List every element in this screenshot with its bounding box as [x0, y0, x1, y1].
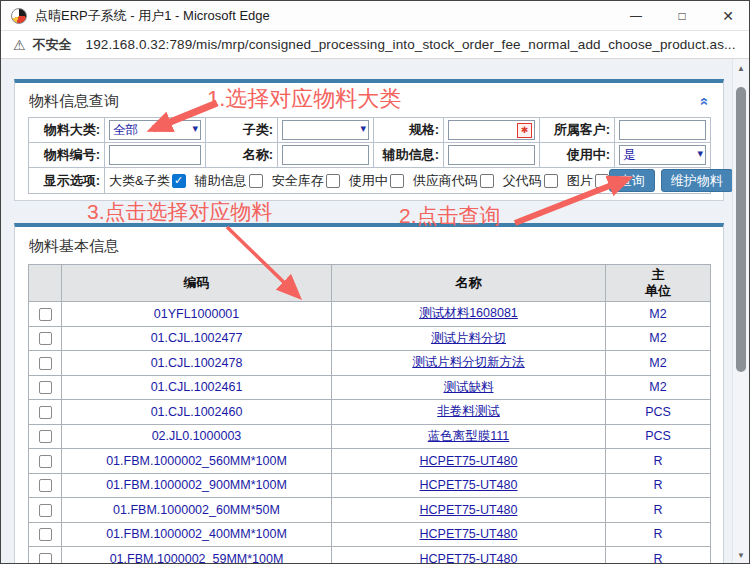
header-checkbox-col — [29, 265, 62, 302]
table-row[interactable]: 01.FBM.1000002_60MM*50M HCPET75-UT480 R — [29, 498, 711, 523]
in-use-select[interactable]: 是 — [619, 145, 706, 165]
maximize-button[interactable]: □ — [659, 1, 705, 31]
page-content: 物料信息查询 « 物料大类: 全部 ▾ 子类: — [1, 59, 734, 564]
cell-code[interactable]: 01.CJL.1002460 — [62, 400, 332, 425]
cell-name[interactable]: HCPET75-UT480 — [420, 503, 518, 517]
row-checkbox[interactable] — [39, 528, 52, 541]
cell-name[interactable]: HCPET75-UT480 — [420, 478, 518, 492]
checkbox[interactable] — [390, 174, 404, 188]
cell-code[interactable]: 01.CJL.1002478 — [62, 351, 332, 376]
title-bar: 点晴ERP子系统 - 用户1 - Microsoft Edge — □ ✕ — [1, 1, 750, 31]
name-input[interactable] — [282, 145, 369, 165]
browser-window: 点晴ERP子系统 - 用户1 - Microsoft Edge — □ ✕ ⚠ … — [0, 0, 750, 564]
display-option[interactable]: 使用中 — [349, 172, 404, 190]
cell-code[interactable]: 01.CJL.1002477 — [62, 326, 332, 351]
row-checkbox[interactable] — [39, 430, 52, 443]
cell-code[interactable]: 01.FBM.1000002_60MM*50M — [62, 498, 332, 523]
checkbox[interactable] — [249, 174, 263, 188]
cell-unit: R — [606, 473, 711, 498]
spec-input[interactable] — [449, 121, 517, 139]
cell-unit: PCS — [606, 400, 711, 425]
cell-code[interactable]: 01.FBM.1000002_59MM*100M — [62, 547, 332, 564]
cell-name[interactable]: HCPET75-UT480 — [420, 527, 518, 541]
window-title: 点晴ERP子系统 - 用户1 - Microsoft Edge — [35, 7, 270, 25]
scroll-up-icon[interactable]: ▲ — [733, 64, 749, 73]
row-checkbox[interactable] — [39, 479, 52, 492]
category-label: 物料大类: — [29, 118, 105, 143]
header-code: 编码 — [62, 265, 332, 302]
checkbox[interactable] — [544, 174, 558, 188]
scroll-down-icon[interactable]: ▼ — [733, 551, 749, 560]
display-option-label: 大类&子类 — [109, 172, 170, 190]
table-row[interactable]: 01.CJL.1002460 非卷料测试 PCS — [29, 400, 711, 425]
window-controls: — □ ✕ — [613, 1, 750, 31]
cell-code[interactable]: 01.FBM.1000002_560MM*100M — [62, 449, 332, 474]
warning-icon: ⚠ — [13, 38, 26, 52]
checkbox[interactable] — [326, 174, 340, 188]
close-button[interactable]: ✕ — [705, 1, 750, 31]
display-option[interactable]: 安全库存 — [272, 172, 340, 190]
code-label: 物料编号: — [29, 143, 105, 168]
checkbox[interactable] — [595, 174, 609, 188]
table-row[interactable]: 01.CJL.1002461 测试缺料 M2 — [29, 375, 711, 400]
results-panel: 物料基本信息 编码 名称 主单位 01YFL1000001 — [14, 223, 724, 564]
cell-name[interactable]: 蓝色离型膜111 — [428, 429, 510, 443]
checkbox[interactable]: ✓ — [172, 174, 186, 188]
customer-input[interactable] — [619, 120, 706, 140]
scrollbar-thumb[interactable] — [736, 87, 746, 372]
row-checkbox[interactable] — [39, 308, 52, 321]
category-select[interactable]: 全部 — [109, 120, 201, 140]
table-row[interactable]: 01.CJL.1002477 测试片料分切 M2 — [29, 326, 711, 351]
cell-code[interactable]: 01.FBM.1000002_400MM*100M — [62, 522, 332, 547]
collapse-panel-icon[interactable]: « — [696, 97, 713, 105]
table-row[interactable]: 01.FBM.1000002_900MM*100M HCPET75-UT480 … — [29, 473, 711, 498]
display-option[interactable]: 父代码 — [503, 172, 558, 190]
row-checkbox[interactable] — [39, 357, 52, 370]
cell-name[interactable]: 非卷料测试 — [437, 404, 500, 418]
cell-name[interactable]: 测试片料分切新方法 — [412, 355, 525, 369]
query-form: 物料大类: 全部 ▾ 子类: ▾ 规格: — [28, 117, 711, 194]
cell-code[interactable]: 01YFL1000001 — [62, 302, 332, 327]
cell-name[interactable]: 测试缺料 — [444, 380, 494, 394]
row-checkbox[interactable] — [39, 504, 52, 517]
row-checkbox[interactable] — [39, 455, 52, 468]
results-table-body: 01YFL1000001 测试材料1608081 M2 01.CJL.10024… — [29, 302, 711, 564]
maintain-material-button[interactable]: 维护物料 — [661, 169, 733, 192]
checkbox[interactable] — [480, 174, 494, 188]
aux-input[interactable] — [448, 145, 535, 165]
row-checkbox[interactable] — [39, 406, 52, 419]
table-row[interactable]: 01YFL1000001 测试材料1608081 M2 — [29, 302, 711, 327]
cell-unit: R — [606, 547, 711, 564]
cell-code[interactable]: 02.JL0.1000003 — [62, 424, 332, 449]
code-input[interactable] — [109, 145, 201, 165]
table-row[interactable]: 01.FBM.1000002_59MM*100M HCPET75-UT480 R — [29, 547, 711, 564]
query-button[interactable]: 查询 — [609, 169, 655, 192]
cell-name[interactable]: 测试材料1608081 — [419, 306, 518, 320]
table-row[interactable]: 01.CJL.1002478 测试片料分切新方法 M2 — [29, 351, 711, 376]
query-panel-title: 物料信息查询 — [29, 92, 119, 111]
url-text[interactable]: 192.168.0.32:789/mis/mrp/consigned_proce… — [86, 37, 736, 52]
cell-name[interactable]: HCPET75-UT480 — [420, 552, 518, 564]
row-checkbox[interactable] — [39, 332, 52, 345]
table-row[interactable]: 01.FBM.1000002_560MM*100M HCPET75-UT480 … — [29, 449, 711, 474]
table-row[interactable]: 01.FBM.1000002_400MM*100M HCPET75-UT480 … — [29, 522, 711, 547]
cell-name[interactable]: HCPET75-UT480 — [420, 454, 518, 468]
address-bar[interactable]: ⚠ 不安全 192.168.0.32:789/mis/mrp/consigned… — [1, 31, 750, 59]
cell-code[interactable]: 01.CJL.1002461 — [62, 375, 332, 400]
display-option[interactable]: 图片 — [567, 172, 609, 190]
cell-unit: R — [606, 498, 711, 523]
results-table: 编码 名称 主单位 01YFL1000001 测试材料1608081 M2 01… — [28, 264, 711, 564]
row-checkbox[interactable] — [39, 553, 52, 564]
vertical-scrollbar[interactable]: ▲ ▼ — [732, 59, 749, 564]
display-option[interactable]: 大类&子类 ✓ — [109, 172, 186, 190]
table-row[interactable]: 02.JL0.1000003 蓝色离型膜111 PCS — [29, 424, 711, 449]
security-label[interactable]: 不安全 — [33, 36, 72, 54]
display-option[interactable]: 供应商代码 — [413, 172, 494, 190]
display-option-label: 辅助信息 — [195, 172, 247, 190]
cell-name[interactable]: 测试片料分切 — [431, 331, 506, 345]
minimize-button[interactable]: — — [613, 1, 659, 31]
display-option[interactable]: 辅助信息 — [195, 172, 263, 190]
row-checkbox[interactable] — [39, 381, 52, 394]
cell-code[interactable]: 01.FBM.1000002_900MM*100M — [62, 473, 332, 498]
subclass-select[interactable] — [282, 120, 369, 140]
